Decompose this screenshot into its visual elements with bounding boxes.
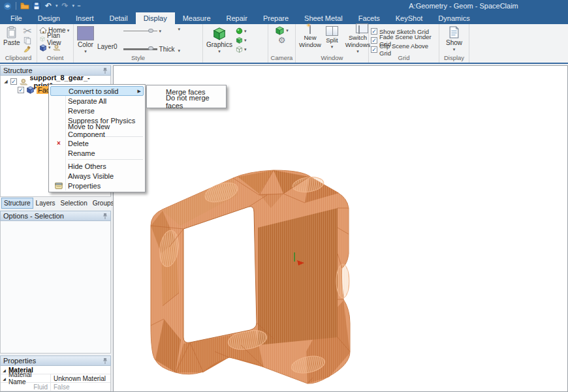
graphics-button[interactable]: Graphics ▾ <box>205 26 234 54</box>
redo-button[interactable]: ↷ <box>61 2 70 10</box>
component-icon <box>19 78 28 85</box>
submenu-item-do-not-merge-faces[interactable]: Do not merge faces <box>148 97 225 106</box>
grid-group-label: Grid <box>369 54 439 63</box>
expander-icon[interactable]: ◢ <box>1 376 8 381</box>
pin-icon[interactable] <box>103 357 108 365</box>
menu-item-properties[interactable]: Properties <box>50 181 144 190</box>
pin-icon[interactable] <box>103 213 108 220</box>
menu-item-move-to-new-component[interactable]: Move to New Component <box>50 125 144 135</box>
gear-icon: ⚙ <box>278 35 286 45</box>
color-button[interactable]: Color ▾ <box>76 26 95 54</box>
tab-file[interactable]: File <box>3 12 30 24</box>
panel-tab-layers[interactable]: Layers <box>33 198 58 209</box>
checkbox-icon: ✓ <box>371 46 377 53</box>
color-dropdown-arrow[interactable]: ▾ <box>84 49 87 54</box>
app-icon[interactable] <box>3 2 12 10</box>
title-bar: ↶ ▾ ↷ ▾ ≂ A:Geometry - Geom - SpaceClaim <box>0 0 568 12</box>
graphics-group-label <box>203 54 268 63</box>
customize-toolbar-icon[interactable]: ≂ <box>77 3 81 8</box>
format-painter-button[interactable] <box>24 45 32 53</box>
copy-button[interactable] <box>24 36 32 44</box>
graphics-dropdown-arrow[interactable]: ▾ <box>218 49 221 54</box>
sphere-icon <box>236 27 243 35</box>
tab-measure[interactable]: Measure <box>175 12 219 24</box>
camera-cube-icon <box>275 25 285 35</box>
redo-dropdown-arrow[interactable]: ▾ <box>72 3 75 8</box>
tab-repair[interactable]: Repair <box>219 12 255 24</box>
context-menu: Convert to solid ▶ Separate All Reverse … <box>48 84 146 192</box>
menu-item-convert-to-solid[interactable]: Convert to solid ▶ <box>50 86 144 96</box>
panel-tab-selection[interactable]: Selection <box>58 198 90 209</box>
tab-sheet-metal[interactable]: Sheet Metal <box>296 12 351 24</box>
home-icon <box>39 27 47 34</box>
property-row-fluid[interactable]: Fluid False <box>1 383 110 391</box>
switch-windows-icon <box>358 26 360 33</box>
line-style-control[interactable]: ▾ <box>123 27 175 35</box>
ribbon-tab-bar: File Design Insert Detail Display Measur… <box>0 12 568 24</box>
tree-checkbox[interactable]: ✓ <box>18 87 24 93</box>
menu-item-always-visible[interactable]: Always Visible <box>50 171 144 181</box>
show-button[interactable]: Show ▾ <box>445 26 464 54</box>
menu-item-rename[interactable]: Rename <box>50 148 144 158</box>
undo-dropdown-arrow[interactable]: ▾ <box>55 3 58 8</box>
wireframe-mode-button[interactable]: ▾ <box>236 45 247 53</box>
style-more-dropdown-1[interactable]: ▾ <box>178 27 180 32</box>
tab-detail[interactable]: Detail <box>102 12 136 24</box>
panel-tab-structure[interactable]: Structure <box>1 198 33 209</box>
tab-keyshot[interactable]: KeyShot <box>388 12 431 24</box>
camera-settings-button[interactable]: ⚙ <box>278 36 286 44</box>
style-group-label: Style <box>74 54 202 63</box>
ribbon-group-window: ✳ New Window Split ▾ Switch Windows ▾ Wi… <box>296 24 369 63</box>
line-style-dropdown-arrow[interactable]: ▾ <box>159 29 162 34</box>
expander-icon[interactable]: ◢ <box>1 368 8 372</box>
options-panel-header: Options - Selection <box>0 211 111 221</box>
split-window-button[interactable]: Split ▾ <box>324 26 339 54</box>
mesh-model-support-structure[interactable] <box>150 169 353 388</box>
cut-button[interactable]: ✂ <box>24 27 32 35</box>
window-title: A:Geometry - Geom - SpaceClaim <box>385 2 542 10</box>
properties-panel-header: Properties <box>0 355 111 366</box>
split-window-icon <box>326 26 338 36</box>
tab-prepare[interactable]: Prepare <box>255 12 296 24</box>
line-style-preview <box>123 31 157 31</box>
shaded-mode-button[interactable]: ▾ <box>236 36 247 44</box>
camera-group-label: Camera <box>268 54 295 63</box>
menu-item-reverse[interactable]: Reverse <box>50 106 144 115</box>
spin-button[interactable]: ▾ <box>39 43 71 52</box>
menu-separator <box>68 159 143 160</box>
menu-item-hide-others[interactable]: Hide Others <box>50 161 144 171</box>
tab-display[interactable]: Display <box>136 12 175 24</box>
spin-dropdown-arrow[interactable]: ▾ <box>48 45 51 50</box>
tab-insert[interactable]: Insert <box>68 12 102 24</box>
open-button[interactable] <box>20 2 29 10</box>
camera-view-button[interactable]: ▾ <box>275 26 289 35</box>
ribbon-group-display: Show ▾ Display <box>439 24 469 63</box>
spaceclaim-window: ↶ ▾ ↷ ▾ ≂ A:Geometry - Geom - SpaceClaim… <box>0 0 568 392</box>
clip-scene-above-grid-checkbox[interactable]: ✓ Clip Scene Above Grid <box>371 45 437 54</box>
ribbon: Paste ✂ Clipboard Home ▾ Plan V <box>0 24 568 64</box>
design-canvas[interactable] <box>113 65 568 392</box>
undo-button[interactable]: ↶ <box>44 2 53 10</box>
tab-facets[interactable]: Facets <box>351 12 388 24</box>
plan-view-button[interactable]: Plan View <box>39 35 71 43</box>
tab-dynamics[interactable]: Dynamics <box>430 12 477 24</box>
new-window-button[interactable]: ✳ New Window <box>298 26 323 54</box>
save-button[interactable] <box>32 2 41 10</box>
menu-item-delete[interactable]: × Delete <box>50 138 144 148</box>
ribbon-group-graphics: Graphics ▾ ▾ ▾ ▾ <box>203 24 268 63</box>
property-row-material-name[interactable]: ◢ Material Name Unknown Material <box>1 374 110 383</box>
style-more-dropdown-2[interactable]: ▾ <box>178 48 180 53</box>
render-quality-button[interactable]: ▾ <box>236 27 247 35</box>
paste-button[interactable]: Paste <box>2 26 22 54</box>
new-window-icon: ✳ <box>309 26 311 33</box>
turntable-icon <box>52 44 61 51</box>
brush-icon <box>24 46 31 53</box>
layer-select[interactable]: Layer0 <box>97 43 118 50</box>
line-weight-control[interactable]: Thick <box>123 45 175 53</box>
graphics-cube-icon <box>212 26 227 40</box>
clipboard-icon <box>6 26 17 38</box>
tree-checkbox[interactable]: ✓ <box>10 78 17 85</box>
menu-item-separate-all[interactable]: Separate All <box>50 96 144 106</box>
expander-icon[interactable]: ◢ <box>3 79 8 84</box>
tab-design[interactable]: Design <box>30 12 68 24</box>
